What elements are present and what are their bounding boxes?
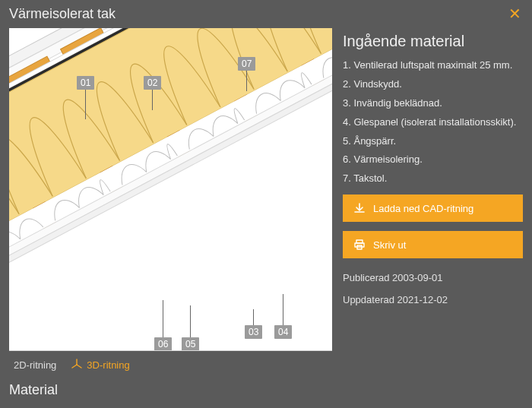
axes-3d-icon — [71, 359, 82, 372]
download-icon — [353, 202, 366, 214]
list-item: 1. Ventilerad luftspalt maximalt 25 mm. — [343, 59, 523, 72]
published-meta: Publicerad 2003-09-01 — [343, 272, 523, 283]
callout-05: 05 — [182, 337, 199, 351]
section-material-header: Material — [9, 382, 332, 398]
print-icon — [353, 239, 366, 251]
callout-03: 03 — [245, 325, 262, 339]
list-item: 3. Invändig beklädnad. — [343, 97, 523, 110]
print-label: Skriv ut — [373, 239, 406, 251]
materials-list: 1. Ventilerad luftspalt maximalt 25 mm. … — [343, 59, 523, 185]
download-label: Ladda ned CAD-ritning — [373, 203, 473, 214]
download-cad-button[interactable]: Ladda ned CAD-ritning — [343, 195, 523, 222]
list-item: 6. Värmeisolering. — [343, 153, 523, 166]
drawing-tabs: 2D-ritning 3D-ritning — [9, 351, 332, 372]
drawing-panel: 01 02 07 03 04 05 06 — [9, 28, 332, 351]
print-button[interactable]: Skriv ut — [343, 231, 523, 258]
tab-2d[interactable]: 2D-ritning — [14, 359, 56, 371]
callout-06: 06 — [154, 337, 172, 351]
updated-meta: Uppdaterad 2021-12-02 — [343, 294, 523, 305]
list-item: 2. Vindskydd. — [343, 78, 523, 91]
close-icon[interactable]: ✕ — [508, 6, 523, 21]
callout-01: 01 — [77, 76, 94, 90]
roof-diagram-svg — [9, 28, 332, 351]
tab-3d[interactable]: 3D-ritning — [71, 359, 129, 372]
page-title: Värmeisolerat tak — [9, 6, 116, 22]
materials-header: Ingående material — [343, 33, 523, 50]
callout-02: 02 — [144, 76, 161, 90]
callout-07: 07 — [238, 57, 255, 71]
tab-2d-label: 2D-ritning — [14, 359, 56, 371]
list-item: 5. Ångspärr. — [343, 135, 523, 148]
list-item: 7. Takstol. — [343, 172, 523, 185]
tab-3d-label: 3D-ritning — [87, 359, 129, 371]
list-item: 4. Glespanel (isolerat installationsskik… — [343, 116, 523, 129]
callout-04: 04 — [274, 325, 292, 339]
